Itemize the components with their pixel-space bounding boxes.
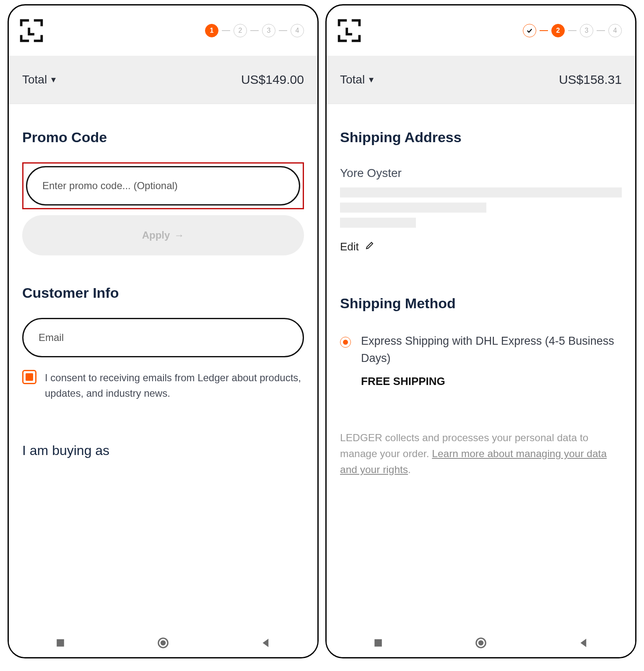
- step-2[interactable]: 2: [551, 24, 565, 37]
- progress-stepper: 2 3 4: [523, 24, 622, 37]
- apply-label: Apply: [142, 229, 170, 241]
- edit-label: Edit: [340, 240, 359, 253]
- progress-stepper: 1 2 3 4: [205, 24, 304, 37]
- svg-rect-0: [57, 639, 64, 647]
- chevron-down-icon: ▾: [369, 74, 374, 85]
- step-sep: [597, 30, 605, 31]
- address-line-3: [340, 218, 416, 228]
- address-line-1: [340, 187, 622, 198]
- pencil-icon: [365, 240, 375, 253]
- total-value: US$149.00: [241, 73, 304, 87]
- total-bar[interactable]: Total ▾ US$158.31: [327, 56, 635, 104]
- svg-rect-3: [374, 639, 382, 647]
- header: 1 2 3 4: [9, 5, 317, 56]
- step-1[interactable]: 1: [205, 24, 218, 37]
- step-sep: [222, 30, 230, 31]
- step-sep: [279, 30, 287, 31]
- chevron-down-icon: ▾: [51, 74, 56, 85]
- shipping-name: Yore Oyster: [340, 166, 622, 180]
- total-value: US$158.31: [559, 73, 622, 87]
- free-shipping-label: FREE SHIPPING: [361, 375, 622, 388]
- nav-back-icon[interactable]: [577, 637, 590, 649]
- total-label: Total: [340, 73, 365, 86]
- nav-recents-icon[interactable]: [372, 637, 384, 649]
- header: 2 3 4: [327, 5, 635, 56]
- ledger-logo-icon: [19, 18, 44, 43]
- edit-address-button[interactable]: Edit: [340, 240, 622, 253]
- promo-input[interactable]: [26, 166, 300, 205]
- address-line-2: [340, 203, 486, 213]
- screen-step1: 1 2 3 4 Total ▾ US$149.00 Promo Code App: [8, 4, 319, 658]
- promo-title: Promo Code: [22, 129, 304, 146]
- apply-button[interactable]: Apply →: [22, 215, 304, 255]
- android-navbar: [9, 629, 317, 657]
- privacy-disclaimer: LEDGER collects and processes your perso…: [340, 430, 622, 478]
- nav-back-icon[interactable]: [260, 637, 272, 649]
- shipping-method-radio[interactable]: [340, 337, 351, 348]
- consent-label: I consent to receiving emails from Ledge…: [45, 370, 304, 401]
- svg-point-5: [478, 640, 484, 646]
- step-sep: [540, 30, 548, 31]
- step-3[interactable]: 3: [580, 24, 593, 37]
- nav-home-icon[interactable]: [157, 637, 169, 649]
- ledger-logo-icon: [337, 18, 362, 43]
- svg-point-2: [161, 640, 166, 646]
- email-field[interactable]: [22, 318, 304, 357]
- step-sep: [568, 30, 576, 31]
- arrow-right-icon: →: [174, 229, 184, 241]
- total-label: Total: [22, 73, 47, 86]
- shipping-method-label: Express Shipping with DHL Express (4-5 B…: [361, 333, 622, 367]
- consent-checkbox[interactable]: [22, 370, 36, 384]
- step-sep: [250, 30, 259, 31]
- shipping-method-title: Shipping Method: [340, 295, 622, 312]
- shipping-address-title: Shipping Address: [340, 129, 622, 146]
- promo-highlight: [22, 162, 304, 209]
- nav-home-icon[interactable]: [475, 637, 487, 649]
- step-1-done[interactable]: [523, 24, 536, 37]
- nav-recents-icon[interactable]: [54, 637, 67, 649]
- step-4[interactable]: 4: [291, 24, 304, 37]
- step-4[interactable]: 4: [608, 24, 622, 37]
- step-3[interactable]: 3: [262, 24, 275, 37]
- screen-step2: 2 3 4 Total ▾ US$158.31 Shipping Address…: [325, 4, 636, 658]
- step-2[interactable]: 2: [234, 24, 247, 37]
- total-bar[interactable]: Total ▾ US$149.00: [9, 56, 317, 104]
- buying-as-title: I am buying as: [22, 443, 304, 458]
- android-navbar: [327, 629, 635, 657]
- customer-info-title: Customer Info: [22, 285, 304, 301]
